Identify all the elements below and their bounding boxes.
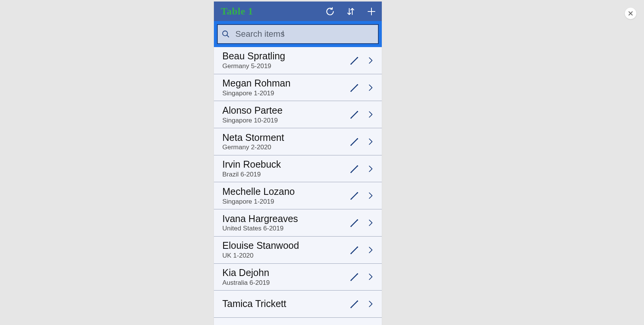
edit-button[interactable] [349,136,360,147]
open-button[interactable] [365,190,376,201]
list-item-subtitle: United States 6-2019 [222,225,349,232]
edit-button[interactable] [349,217,360,229]
svg-point-9 [357,57,358,59]
svg-point-16 [350,118,352,119]
list-item-actions [349,55,379,66]
list-item-title: Alonso Partee [222,105,349,116]
open-button[interactable] [365,55,376,66]
search-icon [222,30,230,38]
chevron-right-icon [366,245,375,255]
edit-button[interactable] [349,163,360,175]
list-item[interactable]: Tamica Trickett [214,291,382,318]
list-item-text: Mechelle Lozano Singapore 1-2019 [222,186,349,206]
list-item-title: Neta Storment [222,132,349,143]
open-button[interactable] [365,163,376,175]
list-item[interactable]: Elouise Stanwood UK 1-2020 [214,237,382,264]
edit-button[interactable] [349,82,360,93]
open-button[interactable] [365,82,376,93]
edit-button[interactable] [349,190,360,201]
svg-line-29 [351,247,357,253]
plus-icon [367,7,376,16]
search-field[interactable]: I [217,24,379,44]
list-item-text: Kia Dejohn Australia 6-2019 [222,267,349,287]
list-item-actions [349,136,379,147]
edit-button[interactable] [349,55,360,66]
list-item-subtitle: Singapore 10-2019 [222,117,349,124]
pencil-icon [349,109,360,120]
list-item-text: Megan Rohman Singapore 1-2019 [222,78,349,97]
item-list[interactable]: Beau Spratling Germany 5-2019 Megan Rohm… [214,47,382,325]
list-item-title: Megan Rohman [222,78,349,89]
edit-button[interactable] [349,109,360,120]
pencil-icon [349,55,360,66]
sort-button[interactable] [346,7,356,16]
open-button[interactable] [365,298,376,310]
svg-point-33 [357,273,358,275]
svg-line-7 [227,35,229,38]
list-item-title: Beau Spratling [222,51,349,62]
svg-line-32 [351,274,357,280]
list-item-title: Ivana Hargreaves [222,213,349,224]
open-button[interactable] [365,136,376,147]
list-item[interactable]: Neta Storment Germany 2-2020 [214,128,382,155]
chevron-right-icon [366,191,375,201]
svg-point-27 [357,219,358,221]
list-item-text: Alonso Partee Singapore 10-2019 [222,105,349,124]
list-item-text: Neta Storment Germany 2-2020 [222,132,349,152]
svg-line-17 [351,139,357,145]
add-button[interactable] [366,7,376,16]
svg-point-30 [357,246,358,248]
chevron-right-icon [366,272,375,282]
svg-point-6 [223,31,228,36]
list-item-subtitle: Singapore 1-2019 [222,90,349,97]
svg-point-25 [350,199,352,200]
chevron-right-icon [366,56,375,65]
chevron-right-icon [366,83,375,93]
open-button[interactable] [365,217,376,229]
list-item-actions [349,298,379,310]
edit-button[interactable] [349,298,360,310]
pencil-icon [349,271,360,283]
list-item-title: Tamica Trickett [222,298,349,309]
edit-button[interactable] [349,271,360,283]
svg-line-8 [351,58,357,64]
list-item-title: Kia Dejohn [222,267,349,278]
open-button[interactable] [365,244,376,256]
svg-point-10 [350,64,352,65]
list-item[interactable]: Mechelle Lozano Singapore 1-2019 [214,182,382,209]
list-item-text: Beau Spratling Germany 5-2019 [222,51,349,70]
close-button[interactable] [625,8,636,19]
svg-point-34 [350,280,352,281]
list-item-subtitle: Germany 2-2020 [222,144,349,151]
refresh-icon [325,7,335,16]
list-item-subtitle: Brazil 6-2019 [222,171,349,178]
list-item-actions [349,244,379,256]
search-input[interactable] [235,29,374,39]
svg-line-20 [351,166,357,172]
search-bar: I [214,21,382,47]
list-item[interactable]: Beau Spratling Germany 5-2019 [214,47,382,74]
header-actions [325,7,376,16]
open-button[interactable] [365,109,376,120]
chevron-right-icon [366,218,375,228]
pencil-icon [349,190,360,201]
refresh-button[interactable] [325,7,335,16]
pencil-icon [349,82,360,93]
edit-button[interactable] [349,244,360,256]
list-item[interactable]: Kia Dejohn Australia 6-2019 [214,264,382,291]
list-item[interactable]: Alonso Partee Singapore 10-2019 [214,101,382,128]
list-item-actions [349,217,379,229]
app-header: Table 1 [214,2,382,21]
list-item-subtitle: Australia 6-2019 [222,279,349,287]
chevron-right-icon [366,137,375,147]
list-item-text: Tamica Trickett [222,298,349,310]
list-item-text: Elouise Stanwood UK 1-2020 [222,240,349,260]
list-item[interactable]: Megan Rohman Singapore 1-2019 [214,74,382,101]
chevron-right-icon [366,164,375,174]
svg-line-35 [351,302,357,307]
list-item[interactable]: Ivana Hargreaves United States 6-2019 [214,209,382,237]
list-item[interactable]: Irvin Roebuck Brazil 6-2019 [214,155,382,183]
close-icon [628,11,633,16]
open-button[interactable] [365,271,376,283]
svg-point-15 [357,111,358,113]
